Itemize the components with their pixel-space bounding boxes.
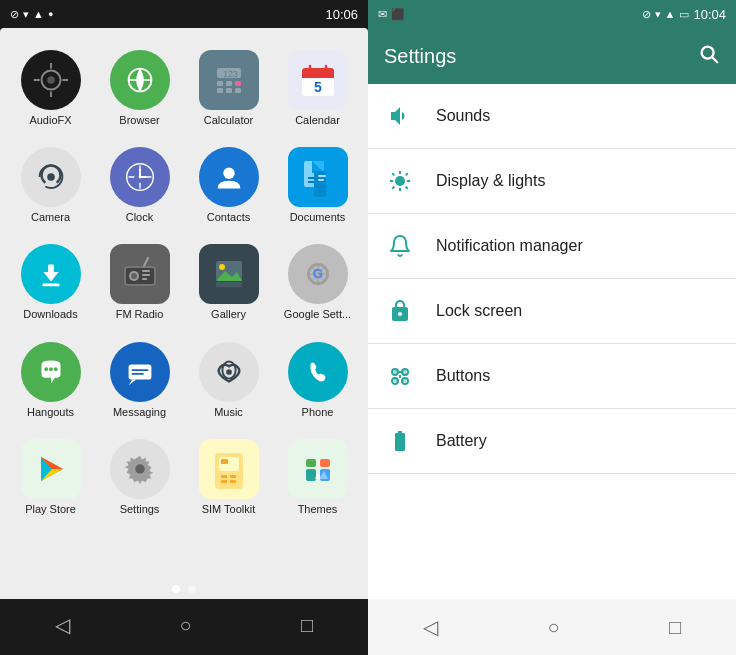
svg-rect-62 [216,282,242,287]
app-item-documents[interactable]: Documents [275,141,360,230]
notifications-label: Notification manager [436,237,583,255]
settings-title: Settings [384,45,456,68]
app-item-messaging[interactable]: Messaging [97,336,182,425]
notifications-icon [384,230,416,262]
settings-item-notifications[interactable]: Notification manager [368,214,736,279]
dot-2 [188,585,196,593]
clock-icon [110,147,170,207]
svg-rect-96 [306,459,316,467]
recent-button-left[interactable]: □ [301,614,313,637]
svg-rect-21 [302,74,334,78]
svg-rect-74 [131,373,143,375]
svg-point-37 [223,168,234,179]
svg-point-86 [135,464,145,474]
battery-icon-right: ▭ [679,8,689,21]
browser-icon [110,50,170,110]
app-item-clock[interactable]: Clock [97,141,182,230]
svg-rect-16 [217,88,223,93]
camera-label: Camera [31,211,70,224]
googlesettings-label: Google Sett... [284,308,351,321]
app-item-calculator[interactable]: 123 Calculator [186,44,271,133]
back-button-right[interactable]: ◁ [423,615,438,639]
settings-list: Sounds Display & lights Notification man… [368,84,736,599]
sounds-icon [384,100,416,132]
svg-point-68 [49,367,53,371]
music-icon [199,342,259,402]
app-item-calendar[interactable]: 5 Calendar [275,44,360,133]
app-item-contacts[interactable]: Contacts [186,141,271,230]
signal-icon-right: ▲ [665,8,676,20]
messaging-label: Messaging [113,406,166,419]
messaging-icon [110,342,170,402]
back-button-left[interactable]: ◁ [55,613,70,637]
svg-point-78 [300,354,334,388]
downloads-label: Downloads [23,308,77,321]
settings-item-lockscreen[interactable]: Lock screen [368,279,736,344]
svg-rect-93 [230,480,236,483]
svg-rect-97 [320,459,330,467]
googlesettings-icon: G [288,244,348,304]
buttons-label: Buttons [436,367,490,385]
home-button-right[interactable]: ○ [547,616,559,639]
settings-item-battery[interactable]: Battery [368,409,736,474]
svg-point-101 [395,176,405,186]
app-item-fmradio[interactable]: FM Radio [97,238,182,327]
status-time-left: 10:06 [325,7,358,22]
svg-point-67 [44,367,48,371]
app-item-simtoolkit[interactable]: SIM Toolkit [186,433,271,522]
camera-icon [21,147,81,207]
nav-bar-right: ◁ ○ □ [368,599,736,655]
documents-icon [288,147,348,207]
app-item-browser[interactable]: Browser [97,44,182,133]
svg-rect-54 [142,270,150,272]
phone-icon [288,342,348,402]
app-item-downloads[interactable]: Downloads [8,238,93,327]
app-item-themes[interactable]: Themes [275,433,360,522]
svg-rect-44 [318,175,326,177]
app-item-gallery[interactable]: Gallery [186,238,271,327]
app-item-camera[interactable]: Camera [8,141,93,230]
hangouts-icon [21,342,81,402]
app-item-music[interactable]: Music [186,336,271,425]
search-icon[interactable] [698,43,720,70]
calculator-icon: 123 [199,50,259,110]
audiofx-icon [21,50,81,110]
app-item-audiofx[interactable]: AudioFX [8,44,93,133]
recent-button-right[interactable]: □ [669,616,681,639]
svg-rect-89 [221,459,228,464]
signal-icon: ▲ [33,8,44,20]
svg-rect-15 [235,81,241,86]
svg-rect-13 [217,81,223,86]
settings-item-buttons[interactable]: Buttons [368,344,736,409]
svg-rect-90 [221,475,227,478]
svg-text:G: G [312,266,322,281]
status-time-right: 10:04 [693,7,726,22]
svg-point-2 [47,76,55,84]
settings-item-sounds[interactable]: Sounds [368,84,736,149]
status-icons-right: ✉ ⬛ [378,8,405,21]
right-panel: ✉ ⬛ ⊘ ▾ ▲ ▭ 10:04 Settings Sounds [368,0,736,655]
display-icon [384,165,416,197]
app-item-settings[interactable]: Settings [97,433,182,522]
music-label: Music [214,406,243,419]
wifi-icon: ▾ [23,8,29,21]
page-indicator [0,579,368,599]
app-item-hangouts[interactable]: Hangouts [8,336,93,425]
display-label: Display & lights [436,172,545,190]
lockscreen-label: Lock screen [436,302,522,320]
app-item-phone[interactable]: Phone [275,336,360,425]
app-item-googlesettings[interactable]: G Google Sett... [275,238,360,327]
calculator-label: Calculator [204,114,254,127]
battery-label: Battery [436,432,487,450]
browser-label: Browser [119,114,159,127]
status-bar-right: ✉ ⬛ ⊘ ▾ ▲ ▭ 10:04 [368,0,736,28]
playstore-icon [21,439,81,499]
svg-rect-45 [318,179,324,181]
app-item-playstore[interactable]: Play Store [8,433,93,522]
themes-label: Themes [298,503,338,516]
settings-item-display[interactable]: Display & lights [368,149,736,214]
settings-app-icon [110,439,170,499]
home-button-left[interactable]: ○ [179,614,191,637]
svg-point-35 [138,176,141,179]
no-disturb-icon-right: ⊘ [642,8,651,21]
